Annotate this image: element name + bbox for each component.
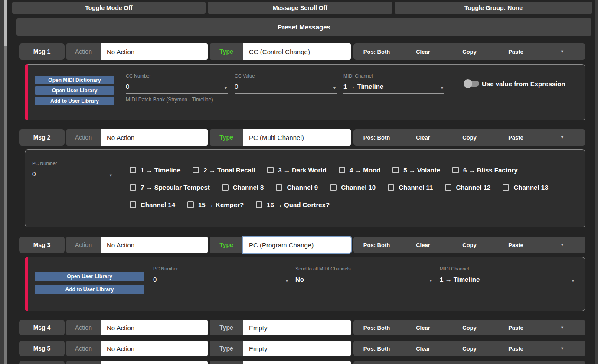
channel-4-checkbox[interactable]: 4 → Mood [339, 166, 381, 174]
open-user-library-button-2[interactable]: Open User Library [35, 272, 144, 281]
channel-16-checkbox[interactable]: 16 → Quad Cortrex? [256, 201, 330, 208]
channel-10-label: Channel 10 [341, 184, 376, 191]
msg2-clear-button[interactable]: Clear [400, 134, 446, 141]
msg1-dropdown-caret-icon[interactable]: ▼ [539, 49, 585, 54]
msg3-actions-bar: Pos: Both Clear Copy Paste ▼ [353, 237, 585, 253]
scrollbar-thumb[interactable] [4, 0, 7, 46]
checkbox-icon [187, 202, 194, 208]
channel-11-checkbox[interactable]: Channel 11 [388, 184, 433, 191]
msg5-button[interactable]: Msg 5 [19, 341, 65, 356]
channel-8-checkbox[interactable]: Channel 8 [222, 184, 264, 191]
msg4-copy-button[interactable]: Copy [446, 325, 493, 331]
msg2-type-select[interactable]: PC (Multi Channel) [243, 129, 351, 146]
msg1-action-select[interactable]: No Action [101, 43, 208, 60]
msg2-action-select[interactable]: No Action [101, 129, 208, 146]
msg2-copy-button[interactable]: Copy [446, 134, 493, 141]
pc-number-select[interactable]: 0 ▼ [32, 170, 113, 181]
channel-12-label: Channel 12 [456, 184, 490, 191]
toggle-group-button[interactable]: Toggle Group: None [395, 2, 592, 14]
cc-number-select[interactable]: 0 ▼ [126, 83, 228, 94]
checkbox-icon [276, 184, 282, 191]
msg2-button[interactable]: Msg 2 [19, 129, 65, 146]
expression-toggle-label: Use value from Expression [482, 80, 565, 88]
toggle-mode-button[interactable]: Toggle Mode Off [12, 2, 206, 14]
msg1-actions-bar: Pos: Both Clear Copy Paste ▼ [353, 43, 585, 60]
open-user-library-button[interactable]: Open User Library [35, 86, 114, 95]
channel-3-checkbox[interactable]: 3 → Dark World [267, 166, 326, 174]
msg3-dropdown-caret-icon[interactable]: ▼ [539, 243, 585, 247]
msg4-type-select[interactable]: Empty [243, 320, 351, 335]
send-all-channels-select[interactable]: No ▼ [295, 276, 433, 286]
msg5-dropdown-caret-icon[interactable]: ▼ [539, 346, 585, 351]
cc-value-select[interactable]: 0 ▼ [235, 83, 337, 94]
channel-2-checkbox[interactable]: 2 → Tonal Recall [193, 166, 255, 174]
open-midi-dictionary-button[interactable]: Open MIDI Dictionary [35, 76, 114, 84]
channel-14-label: Channel 14 [141, 201, 175, 208]
msg5-action-select[interactable]: No Action [101, 341, 208, 356]
msg2-pos-button[interactable]: Pos: Both [353, 134, 400, 141]
msg4-action-select[interactable]: No Action [101, 320, 208, 335]
msg3-clear-button[interactable]: Clear [400, 242, 446, 248]
midi-channel-value-2: 1 → Timeline [440, 276, 480, 283]
midi-channel-caret-icon: ▼ [440, 86, 444, 90]
scrollbar-track[interactable] [4, 0, 7, 364]
msg2-panel: PC Number 0 ▼ 1 → Timeline 2 → Tonal Rec… [25, 150, 585, 228]
msg5-copy-button[interactable]: Copy [446, 345, 493, 352]
msg5-type-select[interactable]: Empty [243, 341, 351, 356]
msg6-button[interactable] [19, 361, 65, 364]
expression-toggle[interactable] [464, 79, 480, 88]
add-to-user-library-button-2[interactable]: Add to User Library [35, 285, 144, 294]
msg1-pos-button[interactable]: Pos: Both [353, 49, 400, 55]
msg3-type-select[interactable]: PC (Program Change) [243, 237, 351, 253]
msg3-button[interactable]: Msg 3 [19, 237, 65, 253]
cc-value-value: 0 [235, 83, 238, 90]
msg4-clear-button[interactable]: Clear [400, 325, 446, 331]
checkbox-icon [130, 202, 136, 208]
msg1-type-select[interactable]: CC (Control Change) [243, 43, 351, 60]
msg1-clear-button[interactable]: Clear [400, 49, 446, 55]
cc-number-caret-icon: ▼ [224, 86, 228, 90]
message-scroll-button[interactable]: Message Scroll Off [208, 2, 392, 14]
checkbox-icon [339, 167, 345, 173]
channel-13-checkbox[interactable]: Channel 13 [503, 184, 548, 191]
msg5-pos-button[interactable]: Pos: Both [353, 345, 400, 352]
msg1-button[interactable]: Msg 1 [19, 43, 65, 60]
msg5-type-label: Type [210, 341, 243, 356]
msg4-button[interactable]: Msg 4 [19, 320, 65, 335]
channel-12-checkbox[interactable]: Channel 12 [445, 184, 490, 191]
msg4-dropdown-caret-icon[interactable]: ▼ [539, 325, 585, 330]
msg5-paste-button[interactable]: Paste [493, 345, 539, 352]
channel-2-label: 2 → Tonal Recall [203, 166, 255, 174]
msg3-copy-button[interactable]: Copy [446, 242, 493, 248]
checkbox-icon [130, 167, 136, 173]
msg6-action-label [66, 361, 101, 364]
msg3-action-select[interactable]: No Action [101, 237, 208, 253]
channel-9-checkbox[interactable]: Channel 9 [276, 184, 318, 191]
msg3-type-label: Type [210, 237, 243, 253]
msg4-row: Msg 4 Action No Action Type Empty Pos: B… [19, 320, 585, 335]
channel-5-checkbox[interactable]: 5 → Volante [392, 166, 440, 174]
midi-channel-select-2[interactable]: 1 → Timeline ▼ [440, 276, 575, 286]
msg4-paste-button[interactable]: Paste [493, 325, 539, 331]
msg1-copy-button[interactable]: Copy [446, 49, 493, 55]
msg6-action-select[interactable] [101, 361, 208, 364]
channel-15-checkbox[interactable]: 15 → Kemper? [187, 201, 244, 208]
msg3-paste-button[interactable]: Paste [493, 242, 539, 248]
msg2-paste-button[interactable]: Paste [493, 134, 539, 141]
msg5-action-label: Action [66, 341, 101, 356]
msg6-type-select[interactable] [243, 361, 351, 364]
channel-7-checkbox[interactable]: 7 → Specular Tempest [130, 184, 210, 191]
msg1-paste-button[interactable]: Paste [493, 49, 539, 55]
msg4-pos-button[interactable]: Pos: Both [353, 325, 400, 331]
msg3-pos-button[interactable]: Pos: Both [353, 242, 400, 248]
msg5-clear-button[interactable]: Clear [400, 345, 446, 352]
add-to-user-library-button[interactable]: Add to User Library [35, 97, 114, 105]
channel-14-checkbox[interactable]: Channel 14 [130, 201, 175, 208]
pc-number-select-2[interactable]: 0 ▼ [153, 276, 289, 286]
channel-6-checkbox[interactable]: 6 → Bliss Factory [452, 166, 518, 174]
channel-6-label: 6 → Bliss Factory [463, 166, 518, 174]
msg2-dropdown-caret-icon[interactable]: ▼ [539, 135, 585, 140]
channel-10-checkbox[interactable]: Channel 10 [330, 184, 376, 191]
channel-1-checkbox[interactable]: 1 → Timeline [130, 166, 180, 174]
midi-channel-select[interactable]: 1 → Timeline ▼ [343, 83, 444, 94]
